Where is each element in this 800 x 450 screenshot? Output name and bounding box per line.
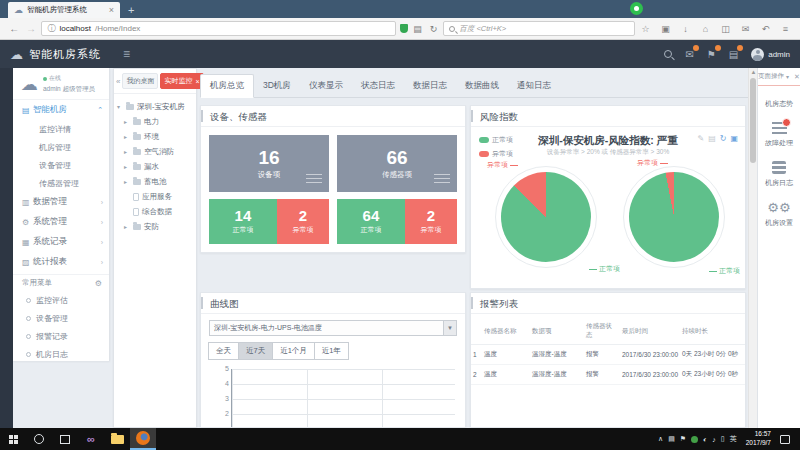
sidebar-item-stats-report[interactable]: ▨ 统计报表 › [13,252,109,272]
tab-notify-log[interactable]: 通知日志 [508,75,560,97]
ops-item-room-status[interactable]: 机房态势 [758,99,800,109]
refresh-icon[interactable]: ↻ [428,24,440,34]
select-caret-icon[interactable]: ▼ [443,321,456,335]
caret-right-icon[interactable]: ▸ [124,118,130,125]
action-center-icon[interactable] [780,435,790,444]
sidebar-subitem-room-mgmt[interactable]: 机房管理 [13,138,109,156]
browser-menu-icon[interactable]: ≡ [779,24,792,34]
tab-room-overview[interactable]: 机房总览 [200,74,254,98]
new-tab-button[interactable]: + [128,2,134,18]
tray-up-arrow-icon[interactable]: ∧ [658,435,663,443]
sidebar-subitem-device-mgmt[interactable]: 设备管理 [13,156,109,174]
task-view-button[interactable] [52,428,78,450]
taskbar-clock[interactable]: 16:57 2017/9/7 [746,430,771,448]
quick-item-room-logs[interactable]: 机房日志 [13,345,109,363]
range-7days-button[interactable]: 近7天 [238,342,273,360]
tab-my-desktop[interactable]: 我的桌面 [122,73,158,89]
scrollbar-thumb[interactable] [750,78,756,163]
sidebar-subitem-monitor-detail[interactable]: 监控详情 [13,120,109,138]
file-explorer-icon[interactable] [104,428,130,450]
tab-close-icon[interactable]: × [109,5,114,15]
menu-toggle-icon[interactable]: ≡ [123,47,130,61]
tree-root-room[interactable]: ▾ 深圳-宝安机房 [117,99,193,114]
tray-green-shield-icon[interactable] [691,436,698,443]
security-shield-icon[interactable] [400,24,407,33]
download-icon[interactable]: ↓ [679,24,692,34]
tree-item-aggregate-data[interactable]: 综合数据 [117,204,193,219]
tree-item-environment[interactable]: ▸环境 [117,129,193,144]
home-icon[interactable]: ⌂ [699,24,712,34]
ops-item-room-settings[interactable]: ⚙⚙ 机房设置 [758,201,800,228]
browser-search-field[interactable]: 百度 <Ctrl+K> [443,21,635,36]
caret-down-icon[interactable]: ▾ [117,103,123,110]
tab-gauge-display[interactable]: 仪表显示 [300,75,352,97]
reader-mode-icon[interactable]: ▤ [412,24,424,34]
gear-icon[interactable]: ⚙ [95,279,102,288]
sidebar-item-system-mgmt[interactable]: ⚙ 系统管理 › [13,212,109,232]
collapse-tree-icon[interactable]: « [116,77,120,86]
tab-data-log[interactable]: 数据日志 [404,75,456,97]
edit-icon[interactable]: ✎ [697,134,704,143]
start-button[interactable] [0,428,26,450]
data-view-icon[interactable]: ▤ [708,134,716,143]
ops-item-room-logs[interactable]: 机房日志 [758,161,800,188]
task-icon[interactable]: ▤ [729,49,738,60]
chat-icon[interactable]: ✉ [739,24,752,34]
tab-status-log[interactable]: 状态日志 [352,75,404,97]
sidebar-item-machine-room[interactable]: ▤ 智能机房 ⌃ [13,100,109,120]
caret-down-icon[interactable]: ▾ [786,73,789,80]
quick-item-monitor-eval[interactable]: 监控评估 [13,291,109,309]
vertical-scrollbar[interactable]: ▲ [748,68,757,428]
sidebar-subitem-sensor-mgmt[interactable]: 传感器管理 [13,174,109,192]
sensor-pie-chart[interactable] [623,166,725,268]
cortana-button[interactable] [26,428,52,450]
range-all-day-button[interactable]: 全天 [208,342,239,360]
caret-right-icon[interactable]: ▸ [124,133,130,140]
ops-item-fault-handling[interactable]: 故障处理 [758,122,800,148]
table-row[interactable]: 1温度温湿度-温度报警2017/6/30 23:00:000天 23小时 0分 … [471,345,746,365]
range-1month-button[interactable]: 近1个月 [272,342,315,360]
tray-flag-icon[interactable]: ⚑ [680,435,686,443]
tab-data-curve[interactable]: 数据曲线 [456,75,508,97]
firefox-icon[interactable] [130,428,156,450]
screenshot-icon[interactable]: ▣ [659,24,672,34]
user-menu[interactable]: admin [751,48,790,61]
tray-battery-icon[interactable]: ▯ [721,435,725,443]
tray-volume-icon[interactable]: ♪ [712,436,716,443]
url-bar[interactable]: ⓘ localhost/Home/Index [41,21,396,36]
message-icon[interactable]: ✉ [685,49,693,60]
back-button[interactable]: ← [8,23,21,34]
range-1year-button[interactable]: 近1年 [314,342,349,360]
sidebar-item-data-mgmt[interactable]: ▥ 数据管理 › [13,192,109,212]
tray-network-icon[interactable]: ◐ [703,436,707,443]
tab-3d-room[interactable]: 3D机房 [254,75,300,97]
refresh-icon[interactable]: ↻ [720,134,727,143]
bookmark-star-icon[interactable]: ☆ [639,24,652,34]
caret-right-icon[interactable]: ▸ [124,163,130,170]
tray-ime-icon[interactable]: 英 [730,434,737,444]
caret-right-icon[interactable]: ▸ [124,148,130,155]
device-pie-chart[interactable] [495,166,597,268]
forward-button[interactable]: → [25,23,38,34]
table-row[interactable]: 2温度温湿度-温度报警2017/6/30 23:00:000天 23小时 0分 … [471,365,746,385]
alert-flag-icon[interactable]: ⚑ [707,49,716,60]
tree-item-power[interactable]: ▸电力 [117,114,193,129]
browser-tab[interactable]: ☁ 智能机房管理系统 × [8,2,120,18]
quick-item-device-mgmt[interactable]: 设备管理 [13,309,109,327]
sidebar-toggle-icon[interactable]: ◫ [719,24,732,34]
tree-item-security[interactable]: ▸安防 [117,219,193,234]
caret-right-icon[interactable]: ▸ [124,178,130,185]
caret-right-icon[interactable]: ▸ [124,223,130,230]
sensor-select[interactable]: 深圳-宝安机房-电力-UPS-电池温度 ▼ [209,320,457,336]
site-info-icon[interactable]: ⓘ [47,23,55,34]
tray-window-icon[interactable]: ▤ [668,435,675,443]
sidebar-item-system-records[interactable]: ▦ 系统记录 › [13,232,109,252]
tree-item-water-leak[interactable]: ▸漏水 [117,159,193,174]
close-panel-icon[interactable]: ✕ [794,73,800,81]
quick-item-alarm-records[interactable]: 报警记录 [13,327,109,345]
history-undo-icon[interactable]: ↶ [759,24,772,34]
save-image-icon[interactable]: ▣ [730,134,738,143]
header-search-icon[interactable] [664,50,672,58]
visual-studio-icon[interactable]: ∞ [78,428,104,450]
tree-item-app-service[interactable]: 应用服务 [117,189,193,204]
